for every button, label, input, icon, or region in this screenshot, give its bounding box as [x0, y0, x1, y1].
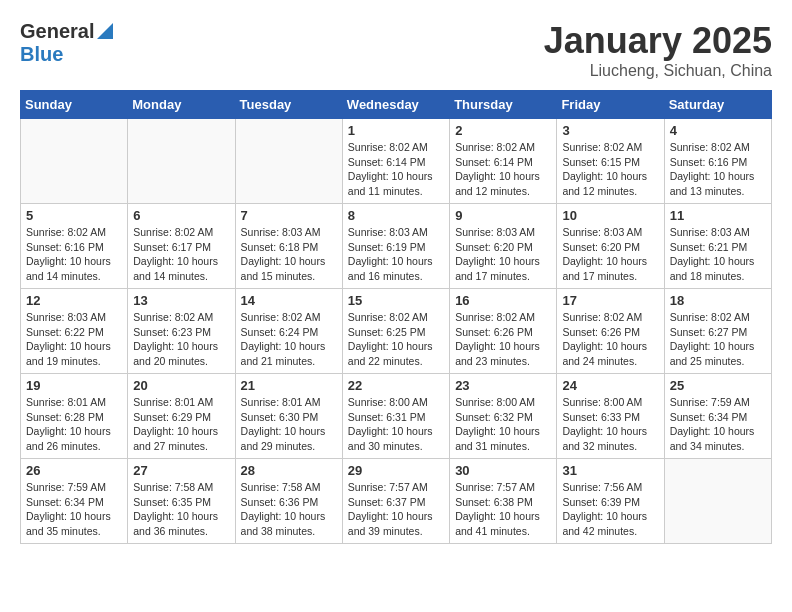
day-detail: Sunrise: 8:02 AM Sunset: 6:26 PM Dayligh…	[455, 310, 551, 369]
day-detail: Sunrise: 8:02 AM Sunset: 6:27 PM Dayligh…	[670, 310, 766, 369]
calendar-day-cell: 7Sunrise: 8:03 AM Sunset: 6:18 PM Daylig…	[235, 204, 342, 289]
day-number: 2	[455, 123, 551, 138]
calendar-day-header: Friday	[557, 91, 664, 119]
calendar-title: January 2025	[544, 20, 772, 62]
calendar-day-cell: 24Sunrise: 8:00 AM Sunset: 6:33 PM Dayli…	[557, 374, 664, 459]
day-number: 9	[455, 208, 551, 223]
calendar-day-cell: 13Sunrise: 8:02 AM Sunset: 6:23 PM Dayli…	[128, 289, 235, 374]
calendar-day-cell: 28Sunrise: 7:58 AM Sunset: 6:36 PM Dayli…	[235, 459, 342, 544]
day-number: 22	[348, 378, 444, 393]
day-detail: Sunrise: 7:59 AM Sunset: 6:34 PM Dayligh…	[670, 395, 766, 454]
calendar-day-cell: 3Sunrise: 8:02 AM Sunset: 6:15 PM Daylig…	[557, 119, 664, 204]
day-detail: Sunrise: 8:01 AM Sunset: 6:28 PM Dayligh…	[26, 395, 122, 454]
calendar-day-header: Thursday	[450, 91, 557, 119]
calendar-week-row: 19Sunrise: 8:01 AM Sunset: 6:28 PM Dayli…	[21, 374, 772, 459]
calendar-day-cell: 27Sunrise: 7:58 AM Sunset: 6:35 PM Dayli…	[128, 459, 235, 544]
day-number: 10	[562, 208, 658, 223]
calendar-day-cell: 29Sunrise: 7:57 AM Sunset: 6:37 PM Dayli…	[342, 459, 449, 544]
day-detail: Sunrise: 7:59 AM Sunset: 6:34 PM Dayligh…	[26, 480, 122, 539]
calendar-week-row: 12Sunrise: 8:03 AM Sunset: 6:22 PM Dayli…	[21, 289, 772, 374]
day-number: 8	[348, 208, 444, 223]
calendar-day-cell: 22Sunrise: 8:00 AM Sunset: 6:31 PM Dayli…	[342, 374, 449, 459]
day-number: 24	[562, 378, 658, 393]
calendar-day-cell	[235, 119, 342, 204]
calendar-week-row: 26Sunrise: 7:59 AM Sunset: 6:34 PM Dayli…	[21, 459, 772, 544]
day-number: 14	[241, 293, 337, 308]
svg-marker-0	[97, 23, 113, 39]
day-detail: Sunrise: 8:03 AM Sunset: 6:18 PM Dayligh…	[241, 225, 337, 284]
day-number: 30	[455, 463, 551, 478]
calendar-day-cell	[128, 119, 235, 204]
calendar-day-cell: 16Sunrise: 8:02 AM Sunset: 6:26 PM Dayli…	[450, 289, 557, 374]
day-number: 1	[348, 123, 444, 138]
day-detail: Sunrise: 8:02 AM Sunset: 6:16 PM Dayligh…	[670, 140, 766, 199]
day-detail: Sunrise: 8:02 AM Sunset: 6:16 PM Dayligh…	[26, 225, 122, 284]
day-detail: Sunrise: 8:02 AM Sunset: 6:24 PM Dayligh…	[241, 310, 337, 369]
calendar-day-cell	[664, 459, 771, 544]
day-number: 18	[670, 293, 766, 308]
day-number: 3	[562, 123, 658, 138]
calendar-day-cell: 11Sunrise: 8:03 AM Sunset: 6:21 PM Dayli…	[664, 204, 771, 289]
calendar-day-cell: 6Sunrise: 8:02 AM Sunset: 6:17 PM Daylig…	[128, 204, 235, 289]
day-detail: Sunrise: 8:02 AM Sunset: 6:17 PM Dayligh…	[133, 225, 229, 284]
calendar-day-cell: 18Sunrise: 8:02 AM Sunset: 6:27 PM Dayli…	[664, 289, 771, 374]
day-detail: Sunrise: 7:56 AM Sunset: 6:39 PM Dayligh…	[562, 480, 658, 539]
day-number: 11	[670, 208, 766, 223]
calendar-day-cell: 23Sunrise: 8:00 AM Sunset: 6:32 PM Dayli…	[450, 374, 557, 459]
day-number: 29	[348, 463, 444, 478]
day-number: 4	[670, 123, 766, 138]
calendar-day-cell: 19Sunrise: 8:01 AM Sunset: 6:28 PM Dayli…	[21, 374, 128, 459]
day-detail: Sunrise: 8:00 AM Sunset: 6:32 PM Dayligh…	[455, 395, 551, 454]
day-number: 21	[241, 378, 337, 393]
page-header: General Blue January 2025 Liucheng, Sich…	[20, 20, 772, 80]
calendar-day-header: Monday	[128, 91, 235, 119]
day-number: 27	[133, 463, 229, 478]
calendar-day-cell: 1Sunrise: 8:02 AM Sunset: 6:14 PM Daylig…	[342, 119, 449, 204]
day-detail: Sunrise: 7:57 AM Sunset: 6:38 PM Dayligh…	[455, 480, 551, 539]
calendar-day-header: Tuesday	[235, 91, 342, 119]
day-detail: Sunrise: 8:03 AM Sunset: 6:20 PM Dayligh…	[455, 225, 551, 284]
day-number: 26	[26, 463, 122, 478]
calendar-day-cell: 25Sunrise: 7:59 AM Sunset: 6:34 PM Dayli…	[664, 374, 771, 459]
calendar-day-cell: 2Sunrise: 8:02 AM Sunset: 6:14 PM Daylig…	[450, 119, 557, 204]
calendar-week-row: 1Sunrise: 8:02 AM Sunset: 6:14 PM Daylig…	[21, 119, 772, 204]
calendar-day-cell	[21, 119, 128, 204]
day-detail: Sunrise: 8:02 AM Sunset: 6:14 PM Dayligh…	[455, 140, 551, 199]
day-detail: Sunrise: 8:03 AM Sunset: 6:21 PM Dayligh…	[670, 225, 766, 284]
day-number: 16	[455, 293, 551, 308]
day-number: 20	[133, 378, 229, 393]
calendar-day-cell: 12Sunrise: 8:03 AM Sunset: 6:22 PM Dayli…	[21, 289, 128, 374]
logo-triangle-icon	[97, 23, 113, 43]
day-detail: Sunrise: 8:00 AM Sunset: 6:33 PM Dayligh…	[562, 395, 658, 454]
day-number: 5	[26, 208, 122, 223]
title-block: January 2025 Liucheng, Sichuan, China	[544, 20, 772, 80]
day-detail: Sunrise: 7:58 AM Sunset: 6:35 PM Dayligh…	[133, 480, 229, 539]
calendar-day-cell: 9Sunrise: 8:03 AM Sunset: 6:20 PM Daylig…	[450, 204, 557, 289]
calendar-day-cell: 21Sunrise: 8:01 AM Sunset: 6:30 PM Dayli…	[235, 374, 342, 459]
calendar-day-header: Wednesday	[342, 91, 449, 119]
day-number: 28	[241, 463, 337, 478]
calendar-header-row: SundayMondayTuesdayWednesdayThursdayFrid…	[21, 91, 772, 119]
calendar-day-cell: 5Sunrise: 8:02 AM Sunset: 6:16 PM Daylig…	[21, 204, 128, 289]
day-number: 23	[455, 378, 551, 393]
day-number: 31	[562, 463, 658, 478]
day-detail: Sunrise: 8:03 AM Sunset: 6:22 PM Dayligh…	[26, 310, 122, 369]
logo: General Blue	[20, 20, 113, 66]
calendar-day-cell: 17Sunrise: 8:02 AM Sunset: 6:26 PM Dayli…	[557, 289, 664, 374]
calendar-day-cell: 8Sunrise: 8:03 AM Sunset: 6:19 PM Daylig…	[342, 204, 449, 289]
day-detail: Sunrise: 7:57 AM Sunset: 6:37 PM Dayligh…	[348, 480, 444, 539]
calendar-day-cell: 26Sunrise: 7:59 AM Sunset: 6:34 PM Dayli…	[21, 459, 128, 544]
calendar-day-cell: 4Sunrise: 8:02 AM Sunset: 6:16 PM Daylig…	[664, 119, 771, 204]
calendar-day-header: Sunday	[21, 91, 128, 119]
day-number: 25	[670, 378, 766, 393]
calendar-table: SundayMondayTuesdayWednesdayThursdayFrid…	[20, 90, 772, 544]
calendar-day-cell: 10Sunrise: 8:03 AM Sunset: 6:20 PM Dayli…	[557, 204, 664, 289]
calendar-day-cell: 14Sunrise: 8:02 AM Sunset: 6:24 PM Dayli…	[235, 289, 342, 374]
day-detail: Sunrise: 7:58 AM Sunset: 6:36 PM Dayligh…	[241, 480, 337, 539]
day-detail: Sunrise: 8:01 AM Sunset: 6:29 PM Dayligh…	[133, 395, 229, 454]
calendar-day-cell: 20Sunrise: 8:01 AM Sunset: 6:29 PM Dayli…	[128, 374, 235, 459]
calendar-day-header: Saturday	[664, 91, 771, 119]
day-detail: Sunrise: 8:02 AM Sunset: 6:26 PM Dayligh…	[562, 310, 658, 369]
logo-general-text: General	[20, 20, 94, 43]
calendar-week-row: 5Sunrise: 8:02 AM Sunset: 6:16 PM Daylig…	[21, 204, 772, 289]
